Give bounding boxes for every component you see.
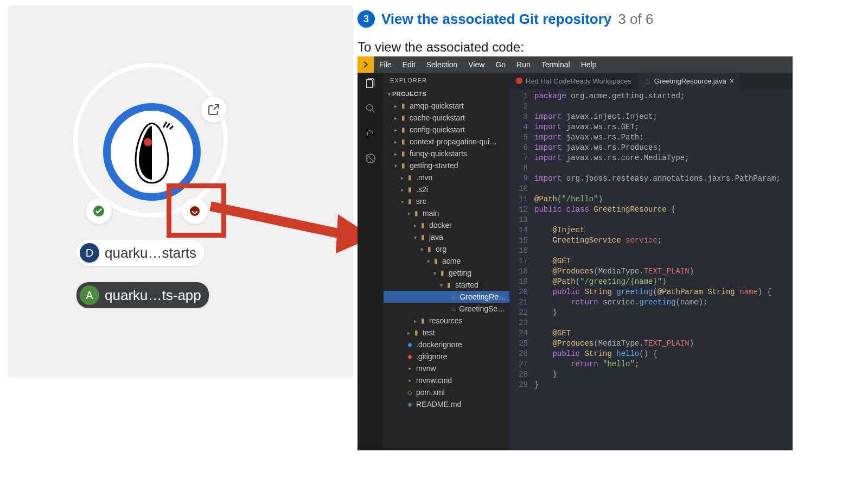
tree-item[interactable]: ▾▮getting-started xyxy=(384,160,509,171)
tree-item[interactable]: ♨GreetingServic… xyxy=(384,303,509,315)
redhat-icon xyxy=(516,78,522,84)
explorer-activity-icon[interactable] xyxy=(363,76,378,91)
step-progress: 3 of 6 xyxy=(618,11,653,28)
deployment-name: quarku…starts xyxy=(105,245,196,262)
close-icon[interactable]: × xyxy=(730,77,734,85)
svg-point-4 xyxy=(366,129,369,132)
tree-item[interactable]: ◇pom.xml xyxy=(384,386,509,398)
editor-tab[interactable]: ♨GreetingResource.java× xyxy=(638,73,741,89)
java-duke-icon xyxy=(127,119,176,184)
tree-item[interactable]: ▾▮acme xyxy=(384,255,509,267)
tree-item[interactable]: ▾▮org xyxy=(384,243,509,255)
tree-item[interactable]: ▸▮docker xyxy=(384,219,509,231)
tree-item[interactable]: ▸▮resources xyxy=(384,315,509,327)
external-link-icon xyxy=(207,103,220,116)
tree-item[interactable]: ▾▮java xyxy=(384,231,509,243)
tree-item[interactable]: ▸▮test xyxy=(384,327,509,339)
tree-item[interactable]: ♨GreetingReso… xyxy=(384,291,509,303)
svg-point-3 xyxy=(367,105,373,111)
ide-window: FileEditSelectionViewGoRunTerminalHelp E… xyxy=(358,56,793,450)
menu-file[interactable]: File xyxy=(374,60,397,69)
tree-item[interactable]: ◈README.md xyxy=(384,398,509,410)
tree-item[interactable]: ▸▮.s2i xyxy=(384,183,509,195)
debug-activity-icon[interactable] xyxy=(363,151,378,166)
search-activity-icon[interactable] xyxy=(363,101,378,116)
check-circle-icon xyxy=(92,205,105,218)
step-title: View the associated Git repository xyxy=(381,11,611,28)
menu-go[interactable]: Go xyxy=(490,60,511,69)
quickstart-step-header: 3 View the associated Git repository 3 o… xyxy=(358,10,653,28)
tree-item[interactable]: ▸▮.mvn xyxy=(384,171,509,183)
external-link-decorator[interactable] xyxy=(201,97,227,123)
ide-app-icon[interactable] xyxy=(358,56,374,73)
build-status-decorator[interactable] xyxy=(86,198,112,224)
code-lines: package org.acme.getting.started;import … xyxy=(534,91,793,450)
svg-point-5 xyxy=(366,135,369,138)
menu-edit[interactable]: Edit xyxy=(397,60,421,69)
tree-item[interactable]: ▸▮cache-quickstart xyxy=(384,112,509,124)
topology-label-app[interactable]: A quarku…ts-app xyxy=(76,282,209,308)
step-number-badge: 3 xyxy=(358,10,375,28)
menu-help[interactable]: Help xyxy=(576,60,602,69)
file-tree: ▾PROJECTS▸▮amqp-quickstart▸▮cache-quicks… xyxy=(384,88,509,450)
deployment-badge: D xyxy=(80,243,99,263)
application-badge: A xyxy=(80,285,99,305)
tree-item[interactable]: ◆.dockerignore xyxy=(384,339,509,351)
application-name: quarku…ts-app xyxy=(105,287,201,304)
tree-item[interactable]: ▾▮started xyxy=(384,279,509,291)
tree-item[interactable]: ▸▮config-quickstart xyxy=(384,124,509,136)
tree-item[interactable]: ▪mvnw xyxy=(384,362,509,374)
step-subtitle: To view the associated code: xyxy=(358,40,524,55)
tree-item[interactable]: ▾▮getting xyxy=(384,267,509,279)
editor-tab[interactable]: Red Hat CodeReady Workspaces xyxy=(509,73,638,89)
menu-run[interactable]: Run xyxy=(511,60,536,69)
svg-point-0 xyxy=(144,138,152,147)
chevron-right-icon xyxy=(362,61,369,68)
activity-bar xyxy=(358,73,384,450)
tree-item[interactable]: ▾▮src xyxy=(384,195,509,207)
topology-label-deployment[interactable]: D quarku…starts xyxy=(76,240,204,266)
menu-view[interactable]: View xyxy=(463,60,490,69)
tree-item[interactable]: ▸▮context-propagation-qui… xyxy=(384,136,509,148)
menu-terminal[interactable]: Terminal xyxy=(536,60,576,69)
tree-section-projects[interactable]: ▾PROJECTS xyxy=(384,88,509,100)
explorer-title: EXPLORER xyxy=(384,73,509,88)
callout-highlight xyxy=(167,183,226,238)
projects-section[interactable]: PROJECTS xyxy=(392,91,426,97)
tree-item[interactable]: ▸▮amqp-quickstart xyxy=(384,100,509,112)
line-number-gutter: 1234567891011121314151617181920212223242… xyxy=(509,91,534,450)
java-file-icon: ♨ xyxy=(644,77,651,85)
menu-selection[interactable]: Selection xyxy=(421,60,463,69)
topology-panel: D quarku…starts A quarku…ts-app xyxy=(8,5,353,378)
tree-item[interactable]: ▾▮main xyxy=(384,207,509,219)
source-control-activity-icon[interactable] xyxy=(363,126,378,141)
tree-item[interactable]: ◆.gitignore xyxy=(384,351,509,362)
tree-item[interactable]: ▪mvnw.cmd xyxy=(384,374,509,386)
editor-tabs: Red Hat CodeReady Workspaces♨GreetingRes… xyxy=(509,73,793,89)
explorer-panel: EXPLORER ▾PROJECTS▸▮amqp-quickstart▸▮cac… xyxy=(384,73,509,450)
ide-menubar: FileEditSelectionViewGoRunTerminalHelp xyxy=(358,56,793,73)
tree-item[interactable]: ▸▮funqy-quickstarts xyxy=(384,148,509,160)
editor-area: Red Hat CodeReady Workspaces♨GreetingRes… xyxy=(509,73,793,450)
code-editor[interactable]: 1234567891011121314151617181920212223242… xyxy=(509,89,793,450)
